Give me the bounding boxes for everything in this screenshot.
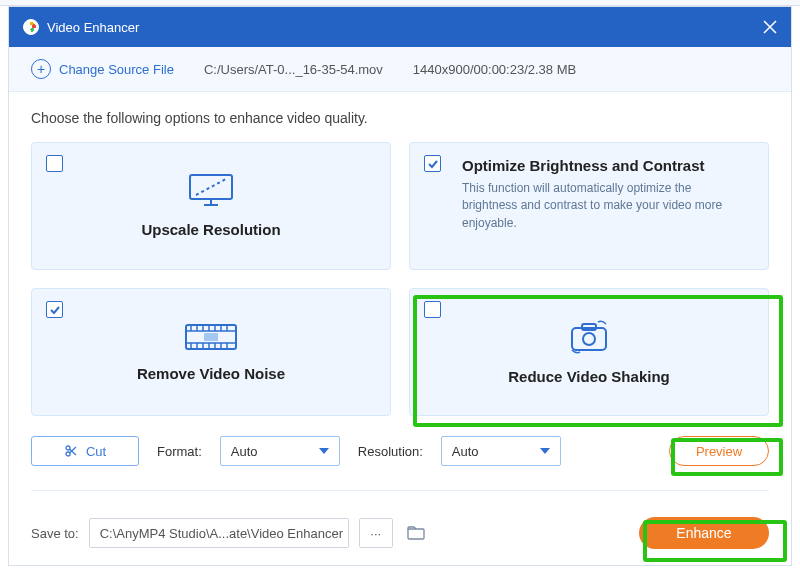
svg-rect-7 (204, 333, 218, 341)
title-bar: Video Enhancer (9, 7, 791, 47)
card-title: Optimize Brightness and Contrast (462, 157, 750, 174)
card-reduce-shaking[interactable]: Reduce Video Shaking (409, 288, 769, 416)
preview-label: Preview (696, 444, 742, 459)
open-folder-button[interactable] (407, 525, 425, 541)
source-bar: + Change Source File C:/Users/AT-0..._16… (9, 47, 791, 92)
card-remove-noise[interactable]: Remove Video Noise (31, 288, 391, 416)
svg-point-24 (583, 333, 595, 345)
checkbox-denoise[interactable] (46, 301, 63, 318)
cut-button[interactable]: Cut (31, 436, 139, 466)
chevron-down-icon (540, 448, 550, 454)
card-description: This function will automatically optimiz… (462, 180, 750, 232)
svg-line-1 (196, 179, 226, 195)
resolution-value: Auto (452, 444, 479, 459)
plus-icon: + (31, 59, 51, 79)
change-source-button[interactable]: + Change Source File (31, 59, 174, 79)
chevron-down-icon (319, 448, 329, 454)
enhance-button[interactable]: Enhance (639, 517, 769, 549)
svg-rect-22 (572, 328, 606, 350)
card-title: Upscale Resolution (141, 221, 280, 238)
preview-button[interactable]: Preview (669, 436, 769, 466)
save-path-value: C:\AnyMP4 Studio\A...ate\Video Enhancer (100, 526, 343, 541)
browse-button[interactable]: ··· (359, 518, 393, 548)
card-title: Reduce Video Shaking (508, 368, 669, 385)
checkbox-brightness[interactable] (424, 155, 441, 172)
app-title: Video Enhancer (47, 20, 139, 35)
resolution-dropdown[interactable]: Auto (441, 436, 561, 466)
footer: Save to: C:\AnyMP4 Studio\A...ate\Video … (9, 501, 791, 565)
resolution-label: Resolution: (358, 444, 423, 459)
folder-icon (407, 525, 425, 541)
checkbox-deshake[interactable] (424, 301, 441, 318)
filmstrip-icon (182, 319, 240, 355)
saveto-label: Save to: (31, 526, 79, 541)
save-path-field[interactable]: C:\AnyMP4 Studio\A...ate\Video Enhancer (89, 518, 349, 548)
divider (31, 490, 769, 491)
checkbox-upscale[interactable] (46, 155, 63, 172)
source-info: 1440x900/00:00:23/2.38 MB (413, 62, 576, 77)
close-button[interactable] (763, 20, 777, 34)
tool-row: Cut Format: Auto Resolution: Auto Previe… (31, 436, 769, 466)
camera-shake-icon (560, 316, 618, 358)
format-value: Auto (231, 444, 258, 459)
card-title: Remove Video Noise (137, 365, 285, 382)
source-path: C:/Users/AT-0..._16-35-54.mov (204, 62, 383, 77)
svg-rect-29 (408, 529, 424, 539)
change-source-label: Change Source File (59, 62, 174, 77)
format-dropdown[interactable]: Auto (220, 436, 340, 466)
cut-label: Cut (86, 444, 106, 459)
monitor-icon (184, 171, 238, 211)
dots-label: ··· (370, 526, 381, 541)
card-optimize-brightness[interactable]: Optimize Brightness and Contrast This fu… (409, 142, 769, 270)
instruction-text: Choose the following options to enhance … (31, 110, 769, 126)
scissors-icon (64, 444, 78, 458)
card-upscale-resolution[interactable]: Upscale Resolution (31, 142, 391, 270)
app-icon (23, 19, 39, 35)
enhance-label: Enhance (676, 525, 731, 541)
format-label: Format: (157, 444, 202, 459)
